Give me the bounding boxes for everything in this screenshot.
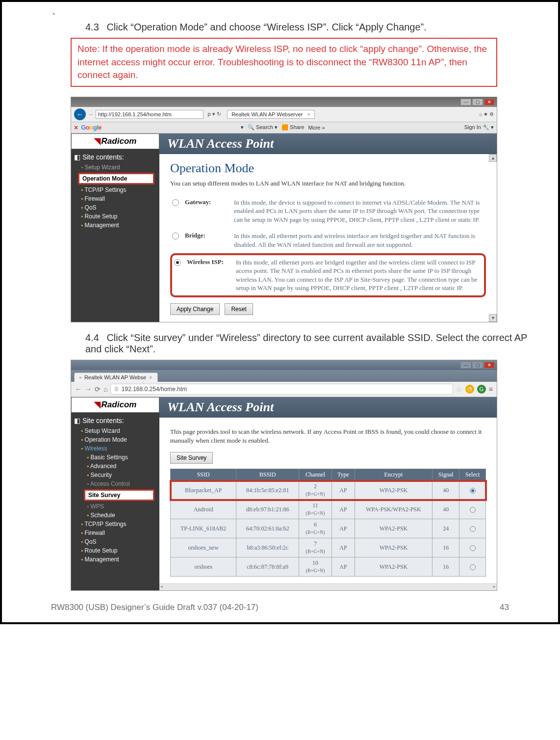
forward-button[interactable]: → xyxy=(88,111,94,118)
menu-icon[interactable]: ≡ xyxy=(489,385,493,393)
sidebar-item-management[interactable]: Management xyxy=(74,221,156,230)
step-text: Click “Operation Mode” and choose “Wirel… xyxy=(106,22,426,32)
table-row[interactable]: orshoesc8:6c:87:78:8f:a910(B+G+N)APWPA2-… xyxy=(171,557,486,577)
tab-favicon: ▫ xyxy=(79,374,81,380)
reload-button[interactable]: ⟳ xyxy=(95,385,101,393)
sidebar-item-management[interactable]: Management xyxy=(74,555,156,564)
apply-change-button[interactable]: Apply Change xyxy=(170,303,220,315)
cell-type: AP xyxy=(332,538,355,557)
toolbar-close-icon[interactable]: × xyxy=(74,124,78,132)
step-number: 4.3 xyxy=(85,22,99,32)
maximize-button[interactable]: ▢ xyxy=(472,99,483,106)
cell-signal: 24 xyxy=(433,519,459,538)
scrollbar-down[interactable]: ▾ xyxy=(489,314,497,322)
cell-select[interactable] xyxy=(459,557,486,577)
toolbar-search[interactable]: 🔍 Search ▾ xyxy=(248,124,278,131)
step-text: Click “Site survey” under “Wireless” dir… xyxy=(85,332,527,354)
sidebar-item-tcpip[interactable]: TCP/IP Settings xyxy=(74,520,156,529)
mode-bridge-row: Bridge: In this mode, all ethernet ports… xyxy=(170,228,486,253)
table-row[interactable]: orshoes_newb8:a3:86:50:ef:2c7(B+G+N)APWP… xyxy=(171,538,486,557)
page-title: Operation Mode xyxy=(170,161,486,176)
sidebar-item-wireless[interactable]: Wireless xyxy=(74,444,156,453)
sidebar-item-firewall[interactable]: Firewall xyxy=(74,529,156,537)
step-number: 4.4 xyxy=(85,332,99,343)
back-button[interactable]: ← xyxy=(75,385,82,393)
table-row[interactable]: TP-LINK_618AB264:70:02:61:8a:b26(B+G+N)A… xyxy=(171,519,486,538)
page-banner: WLAN Access Point xyxy=(159,397,497,418)
close-button[interactable]: ✕ xyxy=(484,99,495,106)
step-4-4: 4.4 Click “Site survey” under “Wireless”… xyxy=(85,332,534,355)
cell-channel: 6(B+G+N) xyxy=(299,519,332,538)
sidebar-item-route[interactable]: Route Setup xyxy=(74,546,156,555)
cell-signal: 16 xyxy=(433,538,459,557)
sidebar-item-operation-mode[interactable]: Operation Mode xyxy=(78,173,154,185)
toolbar-dropdown-icon[interactable]: ▾ xyxy=(241,124,244,131)
sidebar-item-setup-wizard[interactable]: Setup Wizard xyxy=(74,426,156,435)
scrollbar-up[interactable]: ▴ xyxy=(489,154,497,162)
radio-wireless-isp[interactable] xyxy=(174,259,181,266)
minimize-button[interactable]: — xyxy=(460,99,471,106)
url-field[interactable]: 🗎 192.168.0.254/home.htm xyxy=(110,384,453,395)
radio-bridge[interactable] xyxy=(172,233,179,239)
site-survey-button[interactable]: Site Survey xyxy=(170,452,213,464)
cell-encrypt: WPA2-PSK xyxy=(355,538,433,557)
site-survey-table: SSID BSSID Channel Type Encrypt Signal S… xyxy=(170,469,486,577)
sidebar-item-security[interactable]: Security xyxy=(74,471,156,479)
toolbar-share[interactable]: 🟧 Share xyxy=(281,124,304,131)
sidebar-item-firewall[interactable]: Firewall xyxy=(74,194,156,203)
home-button[interactable]: ⌂ xyxy=(103,385,107,393)
forward-button[interactable]: → xyxy=(85,385,92,393)
cell-signal: 16 xyxy=(433,557,459,577)
reset-button[interactable]: Reset xyxy=(225,303,253,315)
cell-select[interactable] xyxy=(459,481,486,500)
sidebar-item-route[interactable]: Route Setup xyxy=(74,212,156,221)
horizontal-scrollbar[interactable] xyxy=(159,583,497,590)
sidebar-item-site-survey[interactable]: Site Survey xyxy=(84,489,154,501)
sidebar-item-wps[interactable]: WPS xyxy=(74,502,156,511)
toolbar-more[interactable]: More » xyxy=(308,125,325,131)
col-bssid: BSSID xyxy=(236,469,299,481)
sidebar: Radicom Site contents: Setup Wizard Oper… xyxy=(71,397,159,590)
cell-type: AP xyxy=(332,557,355,577)
table-row[interactable]: Bluepacket_AP84:1b:5e:85:e2:812(B+G+N)AP… xyxy=(171,481,486,500)
cell-select[interactable] xyxy=(459,519,486,538)
cell-bssid: c8:6c:87:78:8f:a9 xyxy=(236,557,299,577)
mode-gateway-label: Gateway: xyxy=(185,198,228,224)
sidebar-item-qos[interactable]: QoS xyxy=(74,537,156,546)
sidebar-item-tcpip[interactable]: TCP/IP Settings xyxy=(74,185,156,194)
mode-bridge-label: Bridge: xyxy=(185,232,228,249)
minimize-button[interactable]: — xyxy=(460,362,471,369)
screenshot-site-survey: — ▢ ✕ ▫ Realtek WLAN AP Webse × ← → ⟳ ⌂ … xyxy=(71,360,497,591)
browser-tab[interactable]: ▫ Realtek WLAN AP Webse × xyxy=(74,372,158,382)
titlebar-icons[interactable]: ⌂ ★ ⚙ xyxy=(479,111,494,117)
mode-bridge-desc: In this mode, all ethernet ports and wir… xyxy=(234,232,484,249)
sidebar-item-operation-mode[interactable]: Operation Mode xyxy=(74,435,156,444)
cell-type: AP xyxy=(332,519,355,538)
url-field[interactable]: http://192.168.1.254/home.htm xyxy=(96,110,204,119)
sidebar-item-setup-wizard[interactable]: Setup Wizard xyxy=(74,163,156,172)
radio-gateway[interactable] xyxy=(172,199,179,206)
sidebar-item-qos[interactable]: QoS xyxy=(74,203,156,212)
tab-close-icon[interactable]: × xyxy=(149,374,152,380)
toolbar-signin[interactable]: Sign In 🔧 ▾ xyxy=(464,124,494,131)
cell-bssid: 64:70:02:61:8a:b2 xyxy=(236,519,299,538)
search-refresh-icons[interactable]: ⍴ ▾ ↻ xyxy=(205,111,223,117)
sidebar-item-advanced[interactable]: Advanced xyxy=(74,462,156,471)
bookmark-star-icon[interactable]: ☆ xyxy=(456,385,462,393)
sidebar-item-access-control[interactable]: Access Control xyxy=(74,479,156,488)
cell-select[interactable] xyxy=(459,500,486,519)
sidebar: Radicom Site contents: Setup Wizard Oper… xyxy=(71,133,159,322)
sidebar-item-basic-settings[interactable]: Basic Settings xyxy=(74,453,156,462)
table-row[interactable]: Androidd8:eb:97:b1:21:8611(B+G+N)APWPA-P… xyxy=(171,500,486,519)
close-button[interactable]: ✕ xyxy=(484,362,495,369)
browser-tab[interactable]: Realtek WLAN AP Webserver × xyxy=(227,110,315,119)
stray-backtick: ` xyxy=(51,12,57,22)
cell-select[interactable] xyxy=(459,538,486,557)
back-button[interactable]: ← xyxy=(74,108,86,120)
extension-icon-2[interactable]: G xyxy=(477,385,486,394)
google-toolbar: × Google ▾ 🔍 Search ▾ 🟧 Share More » Sig… xyxy=(71,122,497,133)
maximize-button[interactable]: ▢ xyxy=(472,362,483,369)
tab-close-icon[interactable]: × xyxy=(307,111,310,117)
extension-icon-1[interactable]: ◔ xyxy=(465,385,474,394)
sidebar-item-schedule[interactable]: Schedule xyxy=(74,511,156,520)
